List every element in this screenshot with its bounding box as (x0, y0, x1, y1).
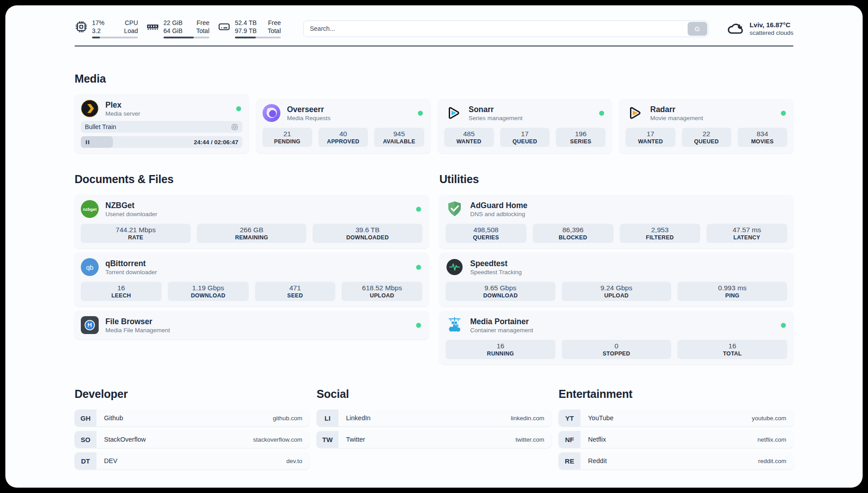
stat-seed: 471SEED (255, 282, 336, 301)
status-dot (416, 207, 421, 212)
app-card-filebrowser[interactable]: File Browser Media File Management (75, 311, 429, 339)
cloud-icon (726, 20, 744, 38)
app-card-radarr[interactable]: Radarr Movie management 17WANTED 22QUEUE… (619, 99, 793, 153)
disk-label-2: Total (267, 27, 281, 34)
status-dot (236, 106, 241, 111)
bookmark-reddit[interactable]: RE Reddit reddit.com (559, 452, 793, 469)
disk-widget: 52.4 TB 97.9 TB Free Total (217, 19, 281, 38)
cpu-label-2: Load (124, 27, 138, 34)
stat-movies: 834MOVIES (738, 128, 787, 147)
status-dot (781, 323, 786, 328)
bookmark-name: YouTube (588, 414, 613, 422)
bookmark-linkedin[interactable]: LI LinkedIn linkedin.com (317, 409, 551, 426)
stat-series: 196SERIES (556, 128, 605, 147)
app-card-sonarr[interactable]: Sonarr Series management 485WANTED 17QUE… (438, 99, 612, 153)
stat-total: 16TOTAL (677, 340, 787, 359)
bookmark-youtube[interactable]: YT YouTube youtube.com (559, 409, 793, 426)
status-dot (599, 111, 604, 116)
bookmark-abbr: LI (317, 409, 338, 426)
top-bar: 17% 3.2 CPU Load 22 GiB (75, 19, 793, 38)
app-card-nzbget[interactable]: nzbget NZBGet Usenet downloader 744.21 M… (75, 195, 429, 248)
bookmark-name: Github (104, 414, 123, 422)
app-subtitle: Series management (469, 115, 523, 121)
bookmark-name: Reddit (588, 457, 607, 464)
app-card-adguard[interactable]: AdGuard Home DNS and adblocking 498,508Q… (439, 195, 793, 248)
app-subtitle: Usenet downloader (105, 211, 157, 217)
weather-widget: Lviv, 16.87°C scattered clouds (726, 20, 793, 38)
disk-free: 52.4 TB (235, 19, 257, 26)
cpu-percent: 17% (92, 19, 104, 26)
weather-location-temp: Lviv, 16.87°C (750, 21, 793, 29)
stat-wanted: 17WANTED (626, 128, 675, 147)
cpu-progressbar (92, 37, 138, 38)
search-engine-button[interactable]: G (688, 22, 707, 36)
app-card-overseerr[interactable]: Overseerr Media Requests 21PENDING 40APP… (256, 99, 430, 153)
bookmark-netflix[interactable]: NF Netflix netflix.com (559, 431, 793, 448)
stat-upload: 9.24 GbpsUPLOAD (562, 282, 672, 301)
app-title: Overseerr (287, 105, 331, 114)
stat-download: 9.65 GbpsDOWNLOAD (446, 282, 555, 301)
now-playing-row: Bullet Train (81, 121, 242, 133)
stat-running: 16RUNNING (446, 340, 555, 359)
app-title: AdGuard Home (470, 201, 527, 210)
bookmark-twitter[interactable]: TW Twitter twitter.com (317, 431, 551, 448)
stat-download: 1.19 GbpsDOWNLOAD (168, 282, 249, 301)
bookmark-url: netflix.com (757, 436, 786, 443)
stat-leech: 16LEECH (81, 282, 162, 301)
media-type-icon (231, 123, 238, 131)
bookmark-name: Netflix (588, 436, 606, 443)
app-title: Speedtest (470, 259, 522, 268)
bookmark-url: twitter.com (515, 436, 544, 443)
bookmark-abbr: GH (75, 409, 96, 426)
bookmark-url: linkedin.com (511, 415, 544, 422)
filebrowser-icon (81, 316, 99, 334)
app-title: Sonarr (469, 105, 523, 114)
stat-upload: 618.52 MbpsUPLOAD (342, 282, 422, 301)
app-subtitle: Media server (105, 110, 140, 117)
search-box: G (303, 21, 709, 37)
stat-blocked: 86,396BLOCKED (533, 224, 613, 243)
app-card-qbittorrent[interactable]: qb qBittorrent Torrent downloader 16LEEC… (75, 253, 429, 306)
disk-label-1: Free (268, 19, 281, 26)
app-subtitle: DNS and adblocking (470, 211, 527, 217)
svg-text:nzbget: nzbget (83, 207, 97, 212)
cpu-icon (75, 20, 88, 33)
bookmark-stackoverflow[interactable]: SO StackOverflow stackoverflow.com (75, 431, 309, 448)
disk-total: 97.9 TB (235, 27, 257, 34)
bookmark-name: StackOverflow (104, 436, 146, 443)
bookmark-abbr: SO (75, 431, 96, 448)
bookmark-url: stackoverflow.com (253, 436, 302, 443)
pause-button[interactable] (85, 139, 91, 145)
app-title: Media Portainer (470, 317, 533, 326)
app-subtitle: Container management (470, 327, 533, 334)
app-subtitle: Movie management (650, 115, 703, 121)
bookmark-abbr: DT (75, 452, 96, 469)
bookmark-abbr: NF (559, 431, 580, 448)
ram-widget: 22 GiB 64 GiB Free Total (146, 19, 209, 38)
app-title: File Browser (105, 317, 170, 326)
svg-text:qb: qb (86, 263, 94, 271)
playback-progress-row: 24:44 / 02:06:47 (81, 136, 242, 148)
weather-condition: scattered clouds (750, 29, 793, 36)
nzbget-icon: nzbget (81, 200, 99, 218)
stat-downloaded: 39.6 TBDOWNLOADED (313, 224, 422, 243)
cpu-label-1: CPU (125, 19, 138, 26)
status-dot (781, 111, 786, 116)
disk-icon (217, 20, 231, 33)
bookmark-name: LinkedIn (346, 414, 371, 422)
stat-approved: 40APPROVED (318, 128, 368, 147)
status-dot (418, 111, 423, 116)
stat-stopped: 0STOPPED (562, 340, 672, 359)
stat-ping: 0.993 msPING (677, 282, 787, 301)
app-card-portainer[interactable]: Media Portainer Container management 16R… (439, 311, 793, 364)
portainer-icon (446, 316, 463, 334)
section-title-developer: Developer (75, 388, 309, 401)
app-card-plex[interactable]: Plex Media server Bullet Train (75, 94, 249, 153)
bookmark-dev[interactable]: DT DEV dev.to (75, 452, 309, 469)
app-card-speedtest[interactable]: Speedtest Speedtest Tracking 9.65 GbpsDO… (439, 253, 793, 306)
section-title-utilities: Utilities (439, 173, 793, 186)
bookmark-name: Twitter (346, 436, 365, 443)
search-input[interactable] (303, 21, 709, 37)
bookmark-github[interactable]: GH Github github.com (75, 409, 309, 426)
app-subtitle: Media Requests (287, 115, 331, 121)
